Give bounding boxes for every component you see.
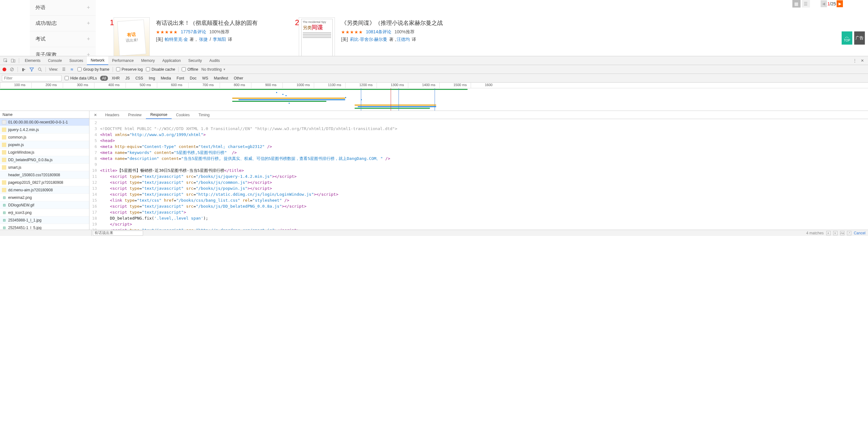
request-row[interactable]: header_150803.css?20180908 — [0, 171, 89, 179]
grid-view-icon[interactable]: ▦ — [793, 0, 801, 7]
tab-network[interactable]: Network — [87, 56, 108, 65]
img-file-icon: ▨ — [2, 210, 6, 215]
translator-link[interactable]: 汪德均 — [397, 37, 410, 42]
cancel-search-button[interactable]: Cancel — [854, 231, 866, 235]
filter-chip-xhr[interactable]: XHR — [110, 76, 121, 81]
camera-icon[interactable]: ▮▸ — [21, 67, 26, 72]
search-icon[interactable] — [37, 67, 42, 72]
match-case-button[interactable]: Aa — [840, 231, 844, 235]
inspect-icon[interactable] — [3, 58, 8, 63]
tab-memory[interactable]: Memory — [137, 56, 158, 65]
group-by-frame-checkbox[interactable]: Group by frame — [78, 67, 109, 72]
next-page-button[interactable]: ▶ — [837, 0, 843, 7]
regex-button[interactable]: .* — [847, 231, 851, 235]
code-line: 7<meta name="keywords" content="5星图书榜,5星… — [91, 149, 868, 155]
more-icon[interactable]: ⋮ — [852, 58, 858, 63]
tab-audits[interactable]: Audits — [206, 56, 223, 65]
filter-chip-ws[interactable]: WS — [200, 76, 210, 81]
next-match-button[interactable]: ∨ — [833, 231, 838, 235]
throttle-select[interactable]: No throttling▼ — [202, 67, 226, 72]
view-list-icon[interactable]: ☰ — [61, 67, 66, 72]
detail-tab-response[interactable]: Response — [146, 111, 172, 119]
request-row[interactable]: common.js — [0, 134, 89, 141]
request-row[interactable]: DD_belatedPNG_0.0.8a.js — [0, 156, 89, 164]
timeline-tick: 1100 ms — [314, 83, 345, 88]
offline-checkbox[interactable]: Offline — [182, 67, 198, 72]
translator-link[interactable]: 李旭阳 — [213, 37, 226, 42]
timeline-tick: 1600 — [471, 83, 502, 88]
reviews-link[interactable]: 17757条评论 — [181, 29, 206, 35]
request-list[interactable]: 01.00.00.00.00.00-recent30-0-0-1-1jquery… — [0, 118, 89, 230]
filter-chip-other[interactable]: Other — [232, 76, 245, 81]
filter-chip-font[interactable]: Font — [175, 76, 186, 81]
record-button[interactable] — [2, 67, 6, 71]
filter-chip-media[interactable]: Media — [159, 76, 173, 81]
preserve-log-checkbox[interactable]: Preserve log — [116, 67, 143, 72]
disable-cache-checkbox[interactable]: Disable cache — [146, 67, 175, 72]
detail-tab-headers[interactable]: Headers — [101, 111, 124, 119]
response-body[interactable]: 23<!DOCTYPE html PUBLIC "-//W3C//DTD XHT… — [89, 119, 868, 230]
code-line: 8<meta name="description" content="当当5星图… — [91, 155, 868, 162]
request-row[interactable]: jquery-1.4.2.min.js — [0, 126, 89, 134]
close-icon[interactable]: ✕ — [860, 58, 865, 63]
match-count: 4 matches — [806, 231, 824, 235]
request-row[interactable]: ▨erweima2.png — [0, 194, 89, 201]
tab-console[interactable]: Console — [44, 56, 66, 65]
filter-icon[interactable] — [29, 67, 34, 72]
filter-input[interactable] — [2, 75, 62, 81]
filter-chip-manifest[interactable]: Manifest — [212, 76, 230, 81]
tab-application[interactable]: Application — [158, 56, 185, 65]
request-row[interactable]: dd.menu-aim.js?20180908 — [0, 186, 89, 194]
request-row[interactable]: ▨25254451-1_l_5.jpg — [0, 224, 89, 230]
tab-performance[interactable]: Performance — [108, 56, 137, 65]
detail-tab-timing[interactable]: Timing — [194, 111, 214, 119]
timeline-tick: 900 ms — [251, 83, 282, 88]
device-toggle-icon[interactable] — [10, 58, 16, 63]
detail-tab-preview[interactable]: Preview — [124, 111, 146, 119]
view-waterfall-icon[interactable]: ≋ — [69, 67, 74, 72]
author-link[interactable]: 帕特里克·金 — [165, 37, 188, 42]
detail-tab-cookies[interactable]: Cookies — [172, 111, 194, 119]
img-file-icon: ▨ — [2, 203, 6, 207]
sidebar-item-parenting[interactable]: 亲子/家教 + — [30, 47, 96, 56]
filter-chip-js[interactable]: JS — [123, 76, 131, 81]
sidebar-item-foreign-language[interactable]: 外语 + — [30, 0, 96, 16]
filter-chip-doc[interactable]: Doc — [188, 76, 198, 81]
js-file-icon — [2, 135, 6, 140]
book-title[interactable]: 《另类间谍》（推理小说名家赫尔曼之战 — [341, 19, 468, 27]
list-view-icon[interactable]: ☰ — [802, 0, 810, 7]
author-link[interactable]: 莉比·菲舍尔·赫尔曼 — [350, 37, 388, 42]
prev-page-button[interactable]: ◀ — [820, 0, 827, 7]
tab-elements[interactable]: Elements — [21, 56, 44, 65]
filter-chip-img[interactable]: Img — [147, 76, 157, 81]
request-row[interactable]: 01.00.00.00.00.00-recent30-0-0-1-1 — [0, 118, 89, 126]
ad-button[interactable]: 广告 — [854, 31, 865, 45]
sidebar-item-success[interactable]: 成功/励志 + — [30, 16, 96, 31]
request-row[interactable]: pagetop2015_0827.js?20180908 — [0, 179, 89, 186]
request-row[interactable]: smart.js — [0, 164, 89, 171]
prev-match-button[interactable]: ∧ — [826, 231, 831, 235]
search-in-response-input[interactable] — [93, 231, 143, 236]
book-cover[interactable]: The Incidental Spy 另类间谍 — [299, 17, 335, 56]
filter-chip-css[interactable]: CSS — [133, 76, 145, 81]
timeline[interactable]: 100 ms200 ms300 ms400 ms500 ms600 ms700 … — [0, 83, 868, 111]
request-row[interactable]: ▨DDlogoNEW.gif — [0, 201, 89, 209]
back-to-top-button[interactable]: ︿ TOP — [842, 31, 852, 45]
reviews-link[interactable]: 10814条评论 — [366, 29, 391, 35]
sidebar-item-exam[interactable]: 考试 + — [30, 31, 96, 47]
request-row[interactable]: ▨erji_icon3.png — [0, 209, 89, 217]
hide-data-urls-checkbox[interactable]: Hide data URLs — [65, 76, 97, 80]
close-detail-icon[interactable]: ✕ — [91, 113, 99, 117]
translator-link[interactable]: 张捷 — [199, 37, 208, 42]
request-row[interactable]: popwin.js — [0, 141, 89, 149]
tab-sources[interactable]: Sources — [66, 56, 87, 65]
tab-security[interactable]: Security — [185, 56, 206, 65]
webpage: 外语 + 成功/励志 + 考试 + 亲子/家教 + ▦ ☰ ◀ 1/25 ▶ 1… — [0, 0, 868, 56]
request-row[interactable]: ▨25345988-1_l_1.jpg — [0, 217, 89, 224]
clear-icon[interactable] — [9, 67, 14, 72]
arrow-up-icon: ︿ — [845, 34, 849, 39]
book-cover[interactable]: 有话 说出来! — [114, 17, 150, 56]
filter-chip-all[interactable]: All — [100, 76, 108, 81]
request-row[interactable]: LoginWindow.js — [0, 149, 89, 156]
book-title[interactable]: 有话说出来！（彻底颠覆社会人脉的固有 — [156, 19, 282, 27]
